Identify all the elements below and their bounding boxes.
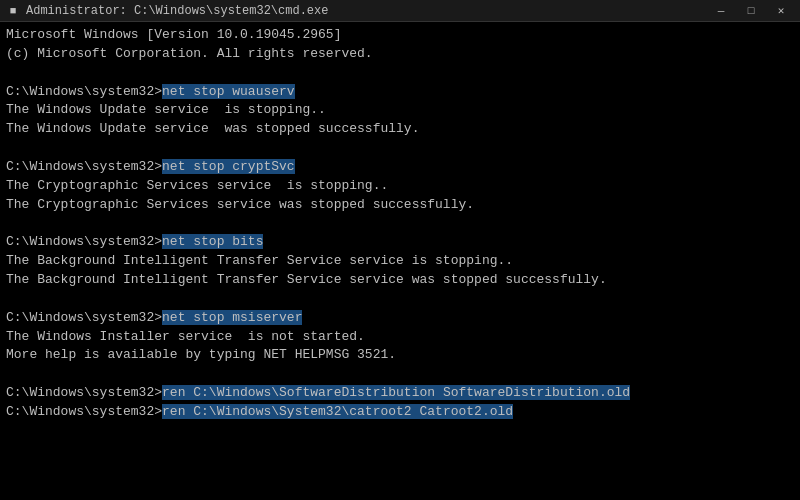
command-line: C:\Windows\system32>ren C:\Windows\Softw… xyxy=(6,384,794,403)
prompt-text: C:\Windows\system32> xyxy=(6,84,162,99)
output-line: More help is available by typing NET HEL… xyxy=(6,346,794,365)
command-line: C:\Windows\system32>net stop wuauserv xyxy=(6,83,794,102)
output-line: The Cryptographic Services service is st… xyxy=(6,177,794,196)
titlebar: ■ Administrator: C:\Windows\system32\cmd… xyxy=(0,0,800,22)
command-line: C:\Windows\system32>net stop cryptSvc xyxy=(6,158,794,177)
command-text: net stop bits xyxy=(162,234,263,249)
prompt-text: C:\Windows\system32> xyxy=(6,159,162,174)
command-line: C:\Windows\system32>net stop msiserver xyxy=(6,309,794,328)
prompt-text: C:\Windows\system32> xyxy=(6,310,162,325)
command-line: C:\Windows\system32>ren C:\Windows\Syste… xyxy=(6,403,794,422)
titlebar-controls: — □ ✕ xyxy=(708,2,794,20)
titlebar-title: Administrator: C:\Windows\system32\cmd.e… xyxy=(26,4,328,18)
output-line: The Cryptographic Services service was s… xyxy=(6,196,794,215)
prompt-text: C:\Windows\system32> xyxy=(6,234,162,249)
command-text: net stop msiserver xyxy=(162,310,302,325)
output-line: (c) Microsoft Corporation. All rights re… xyxy=(6,45,794,64)
command-text: ren C:\Windows\System32\catroot2 Catroot… xyxy=(162,404,513,419)
blank-line xyxy=(6,365,794,384)
output-line: The Windows Update service is stopping.. xyxy=(6,101,794,120)
output-line: The Windows Installer service is not sta… xyxy=(6,328,794,347)
blank-line xyxy=(6,214,794,233)
close-button[interactable]: ✕ xyxy=(768,2,794,20)
cmd-icon: ■ xyxy=(6,4,20,18)
output-line: The Background Intelligent Transfer Serv… xyxy=(6,271,794,290)
prompt-text: C:\Windows\system32> xyxy=(6,385,162,400)
output-line: The Windows Update service was stopped s… xyxy=(6,120,794,139)
prompt-text: C:\Windows\system32> xyxy=(6,404,162,419)
minimize-button[interactable]: — xyxy=(708,2,734,20)
output-line: Microsoft Windows [Version 10.0.19045.29… xyxy=(6,26,794,45)
blank-line xyxy=(6,139,794,158)
command-text: ren C:\Windows\SoftwareDistribution Soft… xyxy=(162,385,630,400)
titlebar-left: ■ Administrator: C:\Windows\system32\cmd… xyxy=(6,4,328,18)
terminal: Microsoft Windows [Version 10.0.19045.29… xyxy=(0,22,800,500)
command-line: C:\Windows\system32>net stop bits xyxy=(6,233,794,252)
blank-line xyxy=(6,64,794,83)
output-line: The Background Intelligent Transfer Serv… xyxy=(6,252,794,271)
command-text: net stop wuauserv xyxy=(162,84,295,99)
command-text: net stop cryptSvc xyxy=(162,159,295,174)
blank-line xyxy=(6,290,794,309)
maximize-button[interactable]: □ xyxy=(738,2,764,20)
